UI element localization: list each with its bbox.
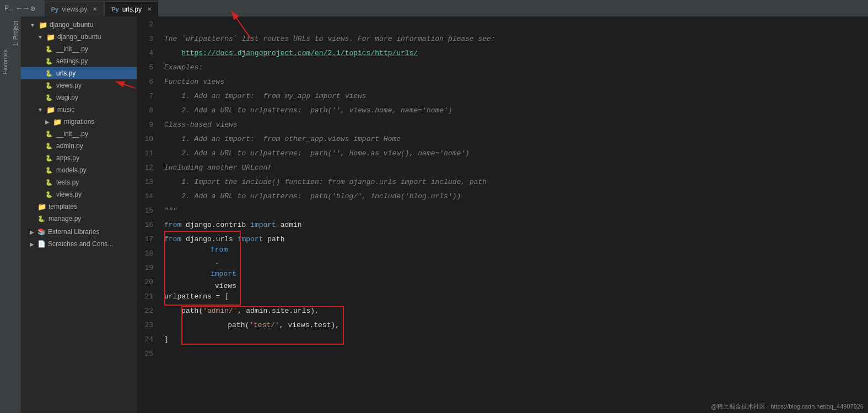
back-icon[interactable]: ← xyxy=(17,4,21,13)
line-num: 11 xyxy=(137,146,153,161)
code-comment-13: 1. Import the include() function: from d… xyxy=(164,175,487,189)
line-num: 10 xyxy=(137,132,153,146)
code-23-indent xyxy=(164,318,181,333)
line-num: 7 xyxy=(137,89,153,104)
tabs-bar: Py views.py ✕ Py urls.py ✕ xyxy=(44,0,159,17)
tab-urls-label: urls.py xyxy=(122,6,142,13)
sidebar-urls-py[interactable]: 🐍 urls.py xyxy=(21,67,137,79)
chevron-right-icon3: ▶ xyxy=(30,241,34,247)
kw-import-17: import xyxy=(238,232,263,247)
line-num: 9 xyxy=(137,118,153,132)
code-line-15: """ xyxy=(164,204,868,218)
kw-import-16: import xyxy=(250,218,276,232)
left-strip[interactable]: 1: Project xyxy=(10,17,21,413)
favorites-strip: Favorites xyxy=(0,17,10,413)
sidebar-apps-py[interactable]: 🐍 apps.py xyxy=(21,152,137,164)
code-line-4: https://docs.djangoproject.com/en/2.1/to… xyxy=(164,46,868,61)
title-bar-left: P... ← → ⚙ xyxy=(4,4,35,13)
sidebar-settings-py[interactable]: 🐍 settings.py xyxy=(21,55,137,67)
sidebar-tests-py[interactable]: 🐍 tests.py xyxy=(21,176,137,188)
code-line-8: 2. Add a URL to urlpatterns: path('', vi… xyxy=(164,104,868,118)
sidebar-external-libraries[interactable]: ▶ 📚 External Libraries xyxy=(21,226,137,238)
folder-icon3: 📁 xyxy=(46,106,55,114)
line-num: 12 xyxy=(137,161,153,175)
main-layout: Favorites 1: Project ▼ 📁 django_ubuntu ▼… xyxy=(0,17,868,413)
sidebar-models-py[interactable]: 🐍 models.py xyxy=(21,164,137,176)
sidebar-migrations-label: migrations xyxy=(64,118,94,126)
line-num: 2 xyxy=(137,18,153,32)
line-num: 4 xyxy=(137,46,153,61)
tab-views-icon: Py xyxy=(51,6,58,13)
code-comment-14: 2. Add a URL to urlpatterns: path('blog/… xyxy=(164,189,461,204)
title-bar: P... ← → ⚙ Py views.py ✕ Py urls.py ✕ xyxy=(0,0,868,17)
file-py-icon9: 🐍 xyxy=(45,167,53,174)
code-line-17: from django.urls import path xyxy=(164,232,868,247)
tab-views-close[interactable]: ✕ xyxy=(93,6,97,12)
sidebar-django-ubuntu[interactable]: ▼ 📁 django_ubuntu xyxy=(21,31,137,43)
sidebar-views-py-2[interactable]: 🐍 views.py xyxy=(21,188,137,200)
sidebar-external-label: External Libraries xyxy=(48,228,99,236)
sidebar-templates-label: templates xyxy=(48,203,77,210)
file-py-icon11: 🐍 xyxy=(45,191,53,198)
folder-icon5: 📁 xyxy=(37,203,46,211)
line-num: 8 xyxy=(137,104,153,118)
code-comment-9: Class-based views xyxy=(164,118,238,132)
line-num: 5 xyxy=(137,61,153,75)
sidebar-init-py-1[interactable]: 🐍 __init__.py xyxy=(21,43,137,55)
line-num: 17 xyxy=(137,232,153,247)
tab-urls-icon: Py xyxy=(111,6,118,13)
code-line-23: path('test/', views.test), xyxy=(164,318,868,333)
project-panel-label[interactable]: 1: Project xyxy=(12,21,19,46)
code-url-link[interactable]: https://docs.djangoproject.com/en/2.1/to… xyxy=(181,46,418,61)
sidebar-views-label-2: views.py xyxy=(56,191,82,198)
sidebar-models-label: models.py xyxy=(56,166,87,174)
code-line-19: from . import views xyxy=(164,261,868,275)
tab-urls-close[interactable]: ✕ xyxy=(147,6,152,12)
file-py-icon7: 🐍 xyxy=(45,143,53,150)
sidebar-views-py-1[interactable]: 🐍 views.py xyxy=(21,79,137,91)
sidebar-music-folder[interactable]: ▼ 📁 music xyxy=(21,104,137,116)
chevron-down-icon2: ▼ xyxy=(37,34,43,40)
tab-views-py[interactable]: Py views.py ✕ xyxy=(44,1,104,17)
file-py-icon5: 🐍 xyxy=(45,94,53,101)
code-23s: 'test/' xyxy=(249,321,279,329)
file-py-icon4: 🐍 xyxy=(45,82,53,89)
tab-views-label: views.py xyxy=(62,6,87,13)
sidebar-tests-label: tests.py xyxy=(56,178,79,186)
code-line-13: 1. Import the include() function: from d… xyxy=(164,175,868,189)
line-num: 24 ▾ xyxy=(137,333,153,347)
folder-icon4: 📁 xyxy=(53,118,62,126)
sidebar-root-folder[interactable]: ▼ 📁 django_ubuntu xyxy=(21,19,137,31)
project-icon: P... xyxy=(4,4,13,12)
file-py-icon: 🐍 xyxy=(45,46,53,53)
sidebar-init-py-2[interactable]: 🐍 __init__.py xyxy=(21,128,137,140)
sidebar-manage-label: manage.py xyxy=(48,215,81,222)
line-num: 21 ▾ xyxy=(137,290,153,304)
sidebar: ▼ 📁 django_ubuntu ▼ 📁 django_ubuntu 🐍 __… xyxy=(21,17,137,413)
file-py-icon8: 🐍 xyxy=(45,155,53,162)
sidebar-init-label-2: __init__.py xyxy=(56,130,88,138)
code-line-10: 1. Add an import: from other_app.views i… xyxy=(164,132,868,146)
line-num: 14 xyxy=(137,189,153,204)
code-line-20 xyxy=(164,275,868,290)
sidebar-admin-py[interactable]: 🐍 admin.py xyxy=(21,140,137,152)
tab-urls-py[interactable]: Py urls.py ✕ xyxy=(104,1,159,17)
code-24: ] xyxy=(164,333,169,347)
sidebar-migrations-folder[interactable]: ▶ 📁 migrations xyxy=(21,116,137,128)
forward-icon[interactable]: → xyxy=(24,4,28,13)
code-line-25 xyxy=(164,347,868,361)
sidebar-scratches[interactable]: ▶ 📄 Scratches and Cons... xyxy=(21,238,137,250)
sidebar-wsgi-py[interactable]: 🐍 wsgi.py xyxy=(21,91,137,104)
settings-icon[interactable]: ⚙ xyxy=(30,4,35,13)
file-py-icon10: 🐍 xyxy=(45,179,53,186)
code-23a: path( xyxy=(228,321,249,329)
file-py-icon6: 🐍 xyxy=(45,131,53,138)
sidebar-manage-py[interactable]: 🐍 manage.py xyxy=(21,213,137,225)
sidebar-templates-folder[interactable]: 📁 templates xyxy=(21,200,137,213)
sidebar-scratches-label: Scratches and Cons... xyxy=(48,240,113,248)
file-py-icon12: 🐍 xyxy=(37,215,45,222)
code-editor[interactable]: The `urlpatterns` list routes URLs to vi… xyxy=(159,17,868,413)
code-line-6: Function views xyxy=(164,75,868,89)
code-comment-8: 2. Add a URL to urlpatterns: path('', vi… xyxy=(164,104,452,118)
chevron-down-icon: ▼ xyxy=(30,22,35,28)
